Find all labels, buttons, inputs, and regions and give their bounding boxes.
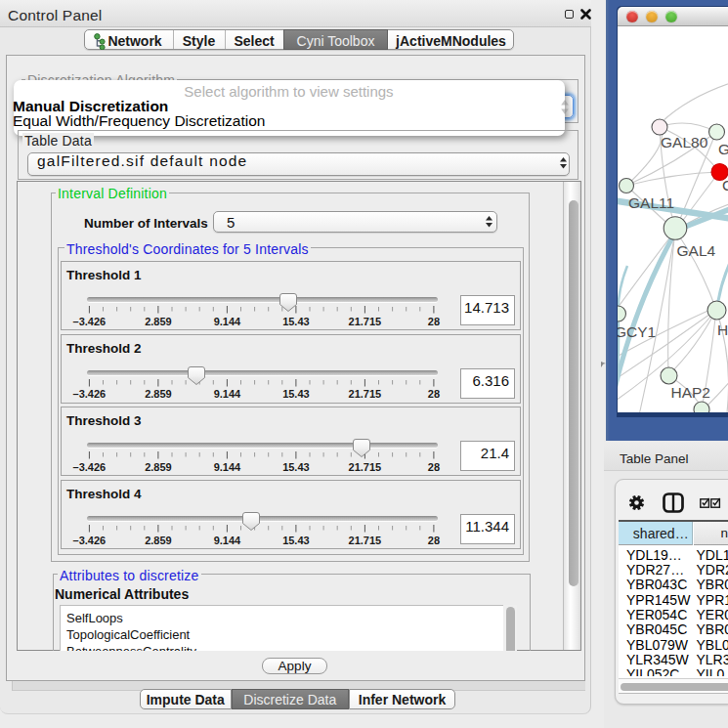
- svg-text:GAL4: GAL4: [677, 242, 716, 259]
- svg-text:GA: GA: [718, 141, 728, 157]
- svg-text:GAL80: GAL80: [661, 134, 708, 150]
- svg-text:C: C: [722, 177, 728, 193]
- svg-text:H: H: [717, 321, 728, 338]
- svg-text:GAL11: GAL11: [628, 194, 674, 211]
- svg-text:GCY1: GCY1: [618, 323, 656, 340]
- svg-text:HAP2: HAP2: [671, 384, 711, 401]
